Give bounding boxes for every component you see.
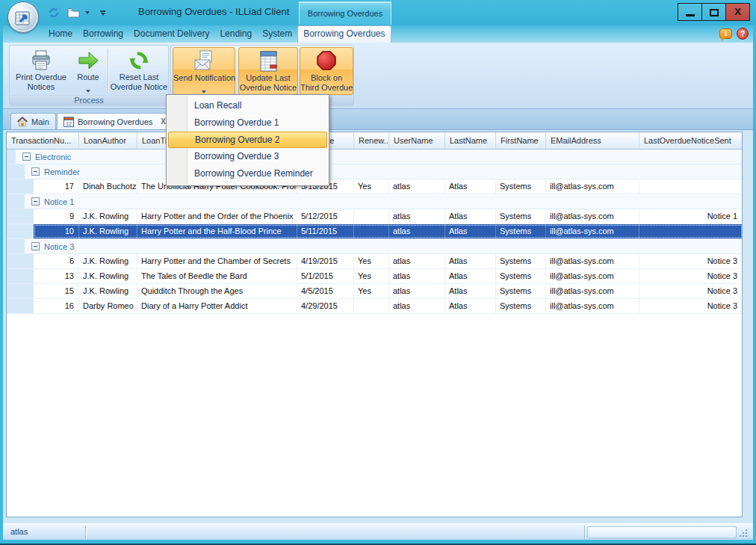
column-header-firstname[interactable]: FirstName	[496, 132, 546, 149]
update-notice-table-icon	[239, 48, 297, 73]
group-label: Notice 1	[44, 197, 74, 206]
resize-grip-icon[interactable]	[740, 528, 749, 537]
titlebar: Borrowing Overdues - ILLiad Client Borro…	[0, 0, 756, 25]
cell-duedate: 4/5/2015	[297, 284, 354, 298]
menu-item-loan-recall[interactable]: Loan Recall	[167, 97, 329, 114]
table-row-selected[interactable]: 10J.K. RowlingHarry Potter and the Half-…	[7, 224, 742, 239]
cell-emailaddress: ill@atlas-sys.com	[546, 224, 639, 238]
status-bar: atlas	[3, 523, 753, 540]
tab-main-label: Main	[31, 117, 49, 126]
column-header-transactionnumber[interactable]: TransactionNu...	[7, 132, 79, 149]
help-icon[interactable]: ?	[737, 28, 749, 40]
table-row[interactable]: 17Dinah BuchotzThe Unofficial Harry Pott…	[7, 179, 742, 194]
group-indent	[7, 224, 16, 238]
cell-transactionnumber: 10	[34, 224, 79, 238]
column-header-emailaddress[interactable]: EMailAddress	[546, 132, 639, 149]
ribbon-tab-borrowing[interactable]: Borrowing	[78, 25, 128, 43]
window-title: Borrowing Overdues - ILLiad Client	[138, 6, 289, 17]
table-row[interactable]: 16Darby RomeoDiary of a Harry Potter Add…	[7, 299, 742, 314]
collapse-icon[interactable]	[31, 197, 40, 206]
refresh-icon[interactable]	[46, 5, 61, 20]
grid-header-row: TransactionNu...LoanAuthorLoanTitleDueDa…	[7, 132, 742, 150]
group-indent	[25, 209, 34, 224]
menu-item-borrowing-overdue-reminder[interactable]: Borrowing Overdue Reminder	[167, 165, 329, 182]
update-last-overdue-notice-button[interactable]: Update Last Overdue Notice	[238, 47, 298, 95]
contextual-tab-header: Borrowing Overdues	[299, 1, 391, 25]
collapse-icon[interactable]	[31, 167, 40, 176]
cell-username: atlas	[389, 269, 445, 283]
ribbon-tab-system[interactable]: System	[257, 25, 297, 43]
table-row[interactable]: 6J.K. RowlingHarry Potter and the Chambe…	[7, 254, 742, 269]
group-row-electronic[interactable]: Electronic	[7, 150, 742, 164]
info-icon[interactable]	[719, 28, 732, 39]
group-indent	[16, 209, 25, 224]
ribbon: Print Overdue Notices Route	[3, 43, 753, 109]
cell-transactionnumber: 13	[34, 269, 79, 283]
ribbon-tab-borrowing-overdues[interactable]: Borrowing Overdues	[297, 25, 391, 43]
column-header-renewalsallowed[interactable]: Renew...	[354, 132, 389, 149]
route-button[interactable]: Route	[71, 47, 105, 95]
table-row[interactable]: 13J.K. RowlingThe Tales of Beedle the Ba…	[7, 269, 742, 284]
column-header-username[interactable]: UserName	[389, 132, 445, 149]
ribbon-tab-lending[interactable]: Lending	[214, 25, 257, 43]
group-indent	[16, 269, 25, 283]
cell-firstname: Systems	[496, 209, 546, 224]
cell-lastname: Atlas	[445, 254, 496, 268]
close-tab-icon[interactable]: X	[161, 117, 166, 126]
menu-item-borrowing-overdue-2[interactable]: Borrowing Overdue 2	[168, 132, 327, 148]
column-header-lastname[interactable]: LastName	[445, 132, 496, 149]
group-indent	[16, 179, 25, 194]
cell-transactionnumber: 6	[34, 254, 79, 268]
tab-borrowing-overdues[interactable]: 12 Borrowing Overdues X	[57, 113, 173, 129]
group-row-notice-1[interactable]: Notice 1	[7, 194, 742, 209]
cell-emailaddress: ill@atlas-sys.com	[546, 284, 639, 298]
document-tab-bar: Main 12 Borrowing Overdues X	[3, 109, 753, 130]
menu-item-borrowing-overdue-1[interactable]: Borrowing Overdue 1	[167, 114, 329, 132]
send-notification-icon	[173, 48, 235, 73]
send-notification-button[interactable]: Send Notification	[173, 47, 235, 95]
status-separator	[85, 526, 86, 539]
cell-duedate: 5/11/2015	[297, 224, 354, 238]
group-indent	[16, 224, 25, 238]
maximize-button[interactable]	[701, 3, 726, 21]
group-row-reminder[interactable]: Reminder	[7, 164, 742, 179]
reset-last-overdue-notice-button[interactable]: Reset Last Overdue Notice	[109, 47, 169, 95]
tab-main[interactable]: Main	[10, 113, 56, 129]
table-row[interactable]: 15J.K. RowlingQuidditch Through the Ages…	[7, 284, 742, 299]
cell-loantitle: Diary of a Harry Potter Addict	[137, 299, 297, 313]
cell-firstname: Systems	[496, 224, 546, 238]
menu-item-borrowing-overdue-3[interactable]: Borrowing Overdue 3	[167, 148, 329, 165]
cell-emailaddress: ill@atlas-sys.com	[546, 209, 639, 224]
column-header-loanauthor[interactable]: LoanAuthor	[79, 132, 137, 149]
cell-firstname: Systems	[496, 179, 546, 194]
print-overdue-notices-button[interactable]: Print Overdue Notices	[13, 47, 69, 95]
cell-lastoverduenoticesent: Notice 3	[639, 299, 743, 313]
group-label: Notice 3	[44, 242, 74, 251]
group-indent	[16, 239, 25, 253]
collapse-icon[interactable]	[22, 153, 31, 161]
application-button[interactable]	[7, 1, 39, 33]
cell-lastoverduenoticesent: Notice 1	[639, 209, 743, 224]
group-indent	[7, 284, 16, 298]
status-scroll-panel[interactable]	[587, 526, 737, 538]
minimize-button[interactable]	[678, 3, 702, 21]
ribbon-tab-document-delivery[interactable]: Document Delivery	[128, 25, 214, 43]
collapse-icon[interactable]	[31, 242, 40, 250]
cell-emailaddress: ill@atlas-sys.com	[546, 299, 639, 313]
customize-quick-access-icon[interactable]	[100, 10, 105, 16]
cell-transactionnumber: 15	[34, 284, 79, 298]
folder-dropdown-icon[interactable]	[85, 11, 90, 14]
column-header-lastoverduenoticesent[interactable]: LastOverdueNoticeSent	[639, 132, 743, 149]
cell-renewalsallowed	[354, 209, 389, 224]
table-row[interactable]: 9J.K. RowlingHarry Potter and the Order …	[7, 209, 742, 224]
folder-icon[interactable]	[66, 5, 81, 20]
group-row-notice-3[interactable]: Notice 3	[7, 239, 742, 254]
status-separator-2	[584, 526, 585, 539]
cell-loanauthor: Darby Romeo	[79, 299, 137, 313]
close-button[interactable]: X	[725, 3, 750, 21]
group-indent	[16, 254, 25, 268]
block-on-third-overdue-button[interactable]: Block on Third Overdue	[300, 47, 353, 95]
ribbon-tab-home[interactable]: Home	[43, 25, 78, 43]
cell-lastname: Atlas	[445, 224, 496, 238]
overdues-grid: TransactionNu...LoanAuthorLoanTitleDueDa…	[6, 132, 743, 517]
